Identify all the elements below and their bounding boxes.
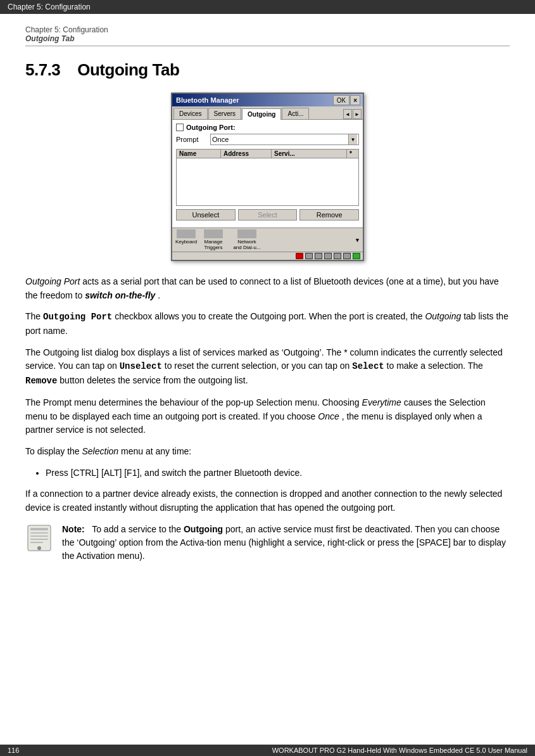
ok-button[interactable]: OK: [333, 95, 349, 105]
prompt-dropdown[interactable]: Once ▼: [210, 134, 359, 145]
service-list[interactable]: Name Address Servi... *: [176, 149, 359, 206]
remove-mono: Remove: [25, 376, 57, 386]
taskbar-items: Keyboard Manage Triggers Network and Dia…: [175, 229, 265, 250]
note-icon: [25, 524, 53, 552]
taskbar-triggers[interactable]: Manage Triggers: [199, 229, 228, 250]
svg-point-6: [37, 546, 41, 550]
dialog-buttons: Unselect Select Remove: [176, 209, 359, 221]
page: Chapter 5: Configuration Chapter 5: Conf…: [0, 0, 535, 582]
chapter-header: Chapter 5: Configuration Outgoing Tab: [25, 25, 510, 46]
outgoing-port-row: Outgoing Port:: [176, 124, 359, 131]
selection-italic: Selection: [82, 446, 119, 456]
col-name: Name: [177, 150, 221, 158]
screenshot-container: Bluetooth Manager OK × Devices Servers: [25, 93, 510, 261]
outgoing-port-checkbox[interactable]: [176, 124, 184, 131]
status-icon-4: [334, 253, 341, 259]
svg-rect-5: [30, 542, 43, 543]
note-box: Note: To add a service to the Outgoing p…: [25, 523, 510, 563]
tab-servers[interactable]: Servers: [208, 108, 241, 119]
prompt-value: Once: [212, 136, 348, 143]
svg-rect-3: [30, 535, 48, 537]
paragraph-1: Outgoing Port acts as a serial port that…: [25, 275, 510, 302]
dialog-statusbar: [172, 252, 363, 260]
status-icon-2: [315, 253, 322, 259]
triggers-icon: [204, 229, 223, 238]
keyboard-icon: [177, 229, 196, 238]
paragraph-4: The Prompt menu determines the behaviour…: [25, 396, 510, 437]
select-mono: Select: [352, 361, 384, 371]
tab-navigation: ◄ ►: [343, 109, 362, 119]
col-service: Servi...: [272, 150, 347, 158]
edit-icon: [353, 253, 360, 259]
prompt-label: Prompt: [176, 136, 208, 143]
taskbar-network[interactable]: Network and Dial-u...: [229, 229, 265, 250]
tab-next-button[interactable]: ►: [353, 109, 362, 119]
everytime-italic: Everytime: [362, 397, 401, 407]
taskbar-keyboard[interactable]: Keyboard: [175, 229, 198, 250]
tab-devices[interactable]: Devices: [173, 108, 208, 119]
chapter-label: Chapter 5: Configuration: [8, 3, 91, 11]
paragraph-6: If a connection to a partner device alre…: [25, 487, 510, 515]
note-outgoing-bold: Outgoing: [184, 524, 223, 534]
bullet-item-1: Press [CTRL] [ALT] [F1], and switch the …: [46, 466, 510, 480]
outgoing-port-italic: Outgoing Port: [25, 276, 80, 286]
paragraph-2: The Outgoing Port checkbox allows you to…: [25, 310, 510, 338]
page-content: Chapter 5: Configuration Outgoing Tab 5.…: [0, 14, 535, 582]
tab-text: Outgoing Tab: [25, 34, 510, 43]
tab-prev-button[interactable]: ◄: [343, 109, 352, 119]
network-icon: [237, 229, 256, 238]
paragraph-3: The Outgoing list dialog box displays a …: [25, 346, 510, 388]
outgoing-port-mono: Outgoing Port: [43, 312, 112, 322]
note-label: Note:: [62, 524, 85, 534]
unselect-mono: Unselect: [120, 361, 162, 371]
dialog-tabs: Devices Servers Outgoing Acti... ◄ ►: [172, 106, 363, 120]
note-content: Note: To add a service to the Outgoing p…: [62, 523, 510, 563]
footer-page-number: 116: [8, 746, 19, 754]
footer-title: WORKABOUT PRO G2 Hand-Held With Windows …: [272, 746, 527, 754]
status-icon-3: [324, 253, 332, 259]
status-icon-5: [343, 253, 351, 259]
col-address: Address: [221, 150, 272, 158]
unselect-button[interactable]: Unselect: [176, 209, 236, 221]
dialog-title: Bluetooth Manager: [176, 96, 239, 104]
select-button[interactable]: Select: [238, 209, 298, 221]
paragraph-5: To display the Selection menu at any tim…: [25, 445, 510, 459]
bluetooth-manager-dialog[interactable]: Bluetooth Manager OK × Devices Servers: [171, 93, 364, 261]
header-bar: Chapter 5: Configuration: [0, 0, 535, 14]
chapter-text: Chapter 5: Configuration: [25, 25, 510, 34]
bullet-list: Press [CTRL] [ALT] [F1], and switch the …: [46, 466, 510, 480]
tab-activation[interactable]: Acti...: [282, 108, 309, 119]
svg-rect-2: [30, 532, 48, 534]
prompt-row: Prompt Once ▼: [176, 134, 359, 145]
col-star: *: [347, 150, 358, 158]
once-italic: Once: [318, 411, 339, 421]
section-heading: 5.7.3 Outgoing Tab: [25, 60, 510, 80]
outgoing-italic-2: Outgoing: [425, 311, 461, 321]
tab-outgoing[interactable]: Outgoing: [242, 108, 281, 120]
list-header: Name Address Servi... *: [177, 150, 358, 158]
close-button[interactable]: ×: [350, 95, 360, 105]
body-text: Outgoing Port acts as a serial port that…: [25, 275, 510, 515]
start-icon: [296, 253, 303, 259]
taskbar-arrow[interactable]: ▼: [355, 237, 360, 243]
dialog-taskbar: Keyboard Manage Triggers Network and Dia…: [172, 227, 363, 252]
outgoing-port-label: Outgoing Port:: [186, 124, 236, 131]
dialog-title-bar: Bluetooth Manager OK ×: [172, 94, 363, 106]
status-icon-1: [305, 253, 313, 259]
svg-rect-4: [30, 539, 48, 540]
remove-button[interactable]: Remove: [299, 209, 359, 221]
dropdown-arrow-icon: ▼: [348, 134, 357, 144]
footer-bar: 116 WORKABOUT PRO G2 Hand-Held With Wind…: [0, 745, 535, 756]
svg-rect-1: [30, 528, 48, 530]
dialog-title-buttons: OK ×: [333, 95, 360, 105]
switch-onthefly-bold: switch on-the-fly: [85, 290, 155, 300]
dialog-body: Outgoing Port: Prompt Once ▼: [172, 120, 363, 227]
